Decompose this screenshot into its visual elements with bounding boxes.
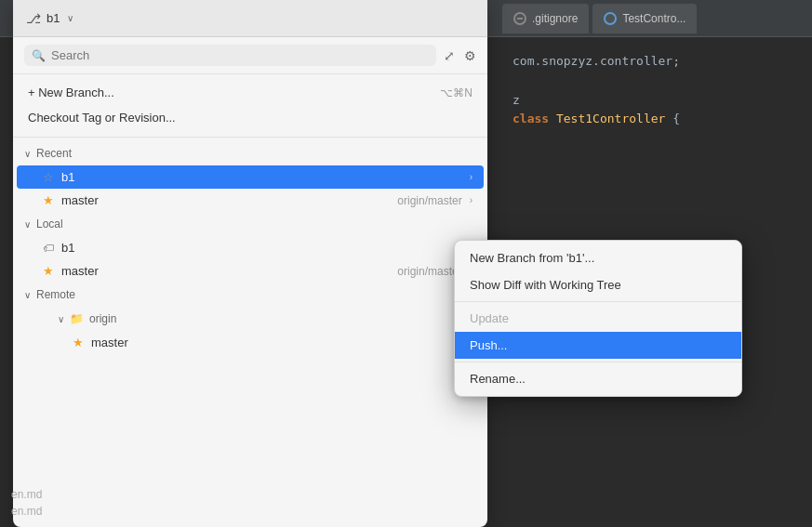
menu-item-show-diff[interactable]: Show Diff with Working Tree	[455, 271, 741, 298]
branch-panel: ⎇ b1 ∨ 🔍 ⤢ ⚙ + New Branch... ⌥⌘N Checkou…	[13, 0, 487, 527]
branch-list: + New Branch... ⌥⌘N Checkout Tag or Revi…	[13, 74, 487, 360]
menu-item-rename[interactable]: Rename...	[455, 365, 741, 392]
tab-testcontroller-label: TestContro...	[622, 12, 686, 25]
branch-name-b1: b1	[61, 170, 462, 184]
code-line-4: class Test1Controller {	[512, 110, 797, 129]
gitignore-icon	[513, 12, 526, 25]
tab-gitignore-label: .gitignore	[532, 12, 578, 25]
branch-name-b1-local: b1	[61, 241, 462, 255]
code-line-2	[512, 72, 797, 91]
branch-chevron-icon: ∨	[67, 13, 73, 23]
branch-name-master-recent: master	[61, 193, 390, 207]
origin-section-header[interactable]: ∨ 📁 origin	[13, 307, 487, 331]
branch-name-master-remote: master	[91, 336, 462, 349]
star-filled-icon: ★	[43, 193, 54, 207]
branch-title: b1	[47, 11, 60, 25]
menu-item-new-branch[interactable]: New Branch from 'b1'...	[455, 244, 741, 271]
swift-icon	[604, 12, 617, 25]
star-filled-icon-3: ★	[73, 336, 84, 349]
menu-divider-2	[455, 362, 741, 362]
recent-section-label: Recent	[36, 147, 72, 160]
new-branch-shortcut: ⌥⌘N	[440, 86, 473, 99]
branch-icon: ⎇	[26, 11, 41, 26]
menu-item-update: Update	[455, 305, 741, 332]
code-line-1: com.snopzyz.controller;	[512, 52, 797, 72]
context-menu: New Branch from 'b1'... Show Diff with W…	[454, 240, 742, 397]
branch-name-master-local: master	[61, 264, 390, 278]
remote-section-label: Remote	[36, 288, 75, 301]
tab-testcontroller[interactable]: TestContro...	[592, 4, 697, 33]
local-chevron-icon: ∨	[24, 219, 31, 230]
branch-item-b1-recent[interactable]: ☆ b1 ›	[17, 165, 484, 189]
search-input-wrapper[interactable]: 🔍	[24, 45, 436, 66]
search-icon: 🔍	[32, 49, 46, 62]
fetch-icon[interactable]: ⤢	[444, 48, 455, 63]
star-outline-icon: ☆	[43, 170, 54, 184]
branch-arrow-icon: ›	[470, 172, 473, 182]
tab-gitignore[interactable]: .gitignore	[502, 4, 589, 33]
search-input[interactable]	[51, 48, 429, 62]
star-filled-icon-2: ★	[43, 264, 54, 278]
file-item-2: en.md	[7, 503, 104, 520]
folder-icon: 📁	[70, 312, 84, 325]
settings-icon[interactable]: ⚙	[464, 48, 476, 63]
local-section-label: Local	[36, 217, 63, 231]
menu-divider-1	[455, 301, 741, 302]
remote-chevron-icon: ∨	[24, 290, 31, 300]
remote-label-master-local: origin/master	[397, 265, 461, 278]
local-section-header[interactable]: ∨ Local	[13, 212, 487, 236]
code-line-3: z	[512, 91, 797, 111]
remote-section-header[interactable]: ∨ Remote	[13, 283, 487, 307]
new-branch-button[interactable]: + New Branch... ⌥⌘N	[13, 80, 487, 105]
branch-item-master-remote[interactable]: ★ master ›	[13, 331, 487, 354]
branch-header[interactable]: ⎇ b1 ∨	[13, 0, 487, 37]
menu-item-push[interactable]: Push...	[455, 332, 741, 359]
origin-label: origin	[89, 312, 116, 325]
branch-arrow-icon-2: ›	[470, 195, 473, 205]
divider-1	[13, 137, 487, 138]
recent-chevron-icon: ∨	[24, 149, 31, 159]
branch-item-master-recent[interactable]: ★ master origin/master ›	[13, 189, 487, 212]
recent-section-header[interactable]: ∨ Recent	[13, 141, 487, 165]
tag-icon: 🏷	[43, 242, 54, 255]
remote-label-master-recent: origin/master	[397, 194, 461, 207]
new-branch-label: + New Branch...	[28, 86, 433, 99]
checkout-label: Checkout Tag or Revision...	[28, 111, 176, 125]
checkout-tag-button[interactable]: Checkout Tag or Revision...	[13, 105, 487, 133]
origin-chevron-icon: ∨	[58, 314, 64, 324]
toolbar-icons: ⤢ ⚙	[444, 48, 476, 63]
bottom-files: en.md en.md	[0, 479, 112, 527]
branch-item-b1-local[interactable]: 🏷 b1 ›	[13, 236, 487, 259]
search-bar: 🔍 ⤢ ⚙	[13, 37, 487, 74]
file-item-1: en.md	[7, 486, 104, 503]
branch-item-master-local[interactable]: ★ master origin/master ›	[13, 259, 487, 283]
